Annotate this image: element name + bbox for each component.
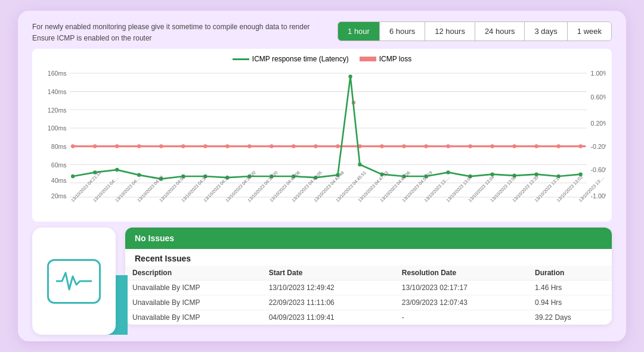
- svg-text:1.00%: 1.00%: [591, 70, 606, 77]
- cell-duration: 39.22 Days: [528, 310, 612, 325]
- svg-text:-0.20%: -0.20%: [591, 143, 606, 150]
- svg-point-34: [314, 145, 317, 149]
- svg-point-62: [358, 163, 361, 167]
- svg-point-46: [556, 145, 560, 149]
- chart-legend: ICMP response time (Latency) ICMP loss: [38, 55, 606, 63]
- svg-text:60ms: 60ms: [51, 161, 67, 169]
- cell-duration: 1.46 Hrs: [528, 281, 612, 295]
- svg-text:40ms: 40ms: [51, 177, 67, 184]
- table-row: Unavailable By ICMP 13/10/2023 12:49:42 …: [125, 281, 612, 295]
- svg-point-23: [71, 145, 75, 149]
- legend-loss-label: ICMP loss: [379, 55, 411, 63]
- svg-text:160ms: 160ms: [48, 70, 67, 77]
- main-card: For newly enabled monitoring please give…: [18, 11, 626, 341]
- top-info: For newly enabled monitoring please give…: [32, 21, 310, 44]
- svg-text:-1.00%: -1.00%: [591, 192, 606, 200]
- svg-point-39: [402, 145, 405, 149]
- time-btn-3days[interactable]: 3 days: [525, 22, 567, 41]
- svg-text:0.20%: 0.20%: [591, 120, 606, 127]
- svg-point-40: [424, 145, 428, 149]
- issues-card: No Issues Recent Issues Description Star…: [125, 228, 612, 325]
- svg-text:140ms: 140ms: [48, 88, 67, 95]
- time-btn-6hours[interactable]: 6 hours: [380, 22, 425, 41]
- icon-section: [32, 228, 116, 335]
- col-resolution-date: Resolution Date: [395, 266, 528, 281]
- svg-point-25: [115, 145, 119, 149]
- time-btn-24hours[interactable]: 24 hours: [475, 22, 525, 41]
- info-line2: Ensure ICMP is enabled on the router: [32, 33, 310, 44]
- top-bar: For newly enabled monitoring please give…: [32, 21, 612, 44]
- legend-latency-label: ICMP response time (Latency): [252, 55, 349, 63]
- svg-point-47: [579, 145, 583, 149]
- cell-resolution: -: [395, 310, 528, 325]
- svg-point-24: [93, 145, 97, 149]
- svg-point-29: [203, 145, 207, 149]
- time-btn-1week[interactable]: 1 week: [568, 22, 611, 41]
- col-duration: Duration: [528, 266, 612, 281]
- icon-card: [32, 228, 116, 335]
- svg-point-27: [159, 145, 163, 149]
- svg-point-42: [468, 145, 472, 149]
- svg-point-41: [446, 145, 450, 149]
- legend-loss: ICMP loss: [360, 55, 411, 63]
- svg-point-66: [446, 171, 450, 175]
- svg-text:80ms: 80ms: [51, 143, 67, 150]
- svg-point-44: [512, 145, 516, 149]
- svg-point-31: [247, 145, 251, 149]
- svg-point-26: [137, 145, 141, 149]
- chart-container: ICMP response time (Latency) ICMP loss 1…: [32, 49, 612, 222]
- cell-description: Unavailable By ICMP: [125, 295, 262, 310]
- info-line1: For newly enabled monitoring please give…: [32, 21, 310, 33]
- svg-text:-0.60%: -0.60%: [591, 167, 606, 174]
- legend-latency: ICMP response time (Latency): [233, 55, 349, 63]
- cell-description: Unavailable By ICMP: [125, 310, 262, 325]
- svg-point-48: [71, 175, 75, 179]
- svg-point-32: [270, 145, 273, 149]
- chart-svg: 160ms 140ms 120ms 100ms 80ms 60ms 40ms 2…: [38, 67, 606, 204]
- issues-table: Description Start Date Resolution Date D…: [125, 266, 612, 325]
- table-header-row: Description Start Date Resolution Date D…: [125, 266, 612, 281]
- cell-description: Unavailable By ICMP: [125, 281, 262, 295]
- svg-point-30: [225, 145, 229, 149]
- svg-point-61: [348, 75, 352, 79]
- bottom-panel: No Issues Recent Issues Description Star…: [32, 228, 612, 335]
- legend-green-line: [233, 58, 249, 60]
- col-description: Description: [125, 266, 262, 281]
- time-button-group: 1 hour 6 hours 12 hours 24 hours 3 days …: [338, 21, 612, 41]
- cell-duration: 0.94 Hrs: [528, 295, 612, 310]
- recent-issues-title: Recent Issues: [125, 249, 612, 266]
- chart-svg-area: 160ms 140ms 120ms 100ms 80ms 60ms 40ms 2…: [38, 67, 606, 204]
- svg-point-35: [336, 145, 339, 149]
- cell-resolution: 23/09/2023 12:07:43: [395, 295, 528, 310]
- svg-point-50: [115, 168, 119, 172]
- legend-red-line: [360, 57, 376, 61]
- heartbeat-icon: [56, 268, 92, 294]
- svg-point-43: [490, 145, 494, 149]
- svg-point-45: [534, 145, 538, 149]
- table-row: Unavailable By ICMP 22/09/2023 11:11:06 …: [125, 295, 612, 310]
- table-row: Unavailable By ICMP 04/09/2023 11:09:41 …: [125, 310, 612, 325]
- svg-point-33: [292, 145, 295, 149]
- svg-point-28: [181, 145, 185, 149]
- cell-start: 13/10/2023 12:49:42: [262, 281, 395, 295]
- cell-resolution: 13/10/2023 02:17:17: [395, 281, 528, 295]
- svg-text:120ms: 120ms: [48, 107, 67, 114]
- no-issues-bar: No Issues: [125, 228, 612, 249]
- svg-text:20ms: 20ms: [51, 192, 67, 200]
- time-btn-1hour[interactable]: 1 hour: [338, 22, 380, 41]
- svg-text:0.60%: 0.60%: [591, 94, 606, 101]
- cell-start: 22/09/2023 11:11:06: [262, 295, 395, 310]
- heartbeat-icon-border: [47, 259, 101, 304]
- time-btn-12hours[interactable]: 12 hours: [425, 22, 475, 41]
- col-start-date: Start Date: [262, 266, 395, 281]
- svg-text:100ms: 100ms: [48, 125, 67, 132]
- cell-start: 04/09/2023 11:09:41: [262, 310, 395, 325]
- svg-point-38: [380, 145, 383, 149]
